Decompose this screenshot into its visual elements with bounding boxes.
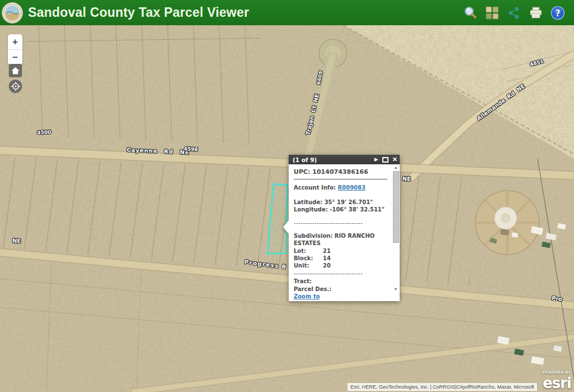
county-seal-icon: [2, 2, 23, 24]
home-icon: [11, 67, 20, 75]
popup-footer: Zoom to: [289, 292, 398, 301]
next-feature-button[interactable]: ▶: [374, 157, 378, 162]
esri-logo: POWERED BY esri: [543, 371, 571, 391]
maximize-button[interactable]: [382, 157, 388, 163]
county-seal-logo: [2, 2, 23, 24]
search-button[interactable]: [462, 5, 478, 20]
zoom-control: + −: [8, 34, 22, 65]
zoom-in-button[interactable]: +: [8, 34, 22, 49]
parcel-popup: (1 of 9) ▶ ✕ UPC: 1014074386166 Account …: [289, 155, 400, 301]
account-info-label: Account Info:: [294, 185, 336, 191]
locate-icon: [11, 82, 20, 91]
lot-label: Lot:: [294, 247, 323, 255]
help-button[interactable]: ?: [550, 5, 565, 20]
powered-by-label: POWERED BY: [543, 371, 571, 374]
zoom-out-button[interactable]: −: [8, 49, 22, 65]
header-toolbar: ?: [462, 5, 574, 20]
latitude-value: Latitude: 35° 19' 26.701": [294, 199, 387, 206]
unit-row: Unit:20: [294, 262, 387, 269]
find-my-location-button[interactable]: [9, 80, 22, 93]
basemap-gallery-icon: [485, 6, 499, 20]
popup-pointer: [283, 220, 289, 234]
app-header: Sandoval County Tax Parcel Viewer: [0, 0, 574, 25]
account-info-link[interactable]: R009083: [338, 185, 365, 191]
dashed-separator: ------------------------------: [294, 270, 387, 277]
map-label-pro: Pro: [551, 295, 562, 302]
popup-titlebar[interactable]: (1 of 9) ▶ ✕: [289, 155, 400, 164]
print-button[interactable]: [528, 5, 543, 20]
account-info-row: Account Info: R009083: [294, 184, 387, 191]
upc-value: UPC: 1014074386166: [294, 168, 387, 177]
scroll-up-icon[interactable]: ▲: [392, 165, 399, 169]
unit-label: Unit:: [294, 262, 323, 269]
popup-content: UPC: 1014074386166 Account Info: R009083…: [289, 164, 400, 293]
tract-label: Tract:: [294, 278, 387, 285]
esri-wordmark: esri: [543, 375, 571, 391]
block-row: Block:14: [294, 255, 387, 262]
maximize-icon: [382, 157, 388, 163]
home-extent-button[interactable]: [9, 64, 22, 77]
map-label-4500: 4500: [37, 129, 52, 135]
dashed-separator: ------------------------------: [294, 219, 387, 227]
scrollbar-thumb[interactable]: [393, 171, 399, 243]
satellite-basemap: [0, 25, 574, 392]
lot-value: 21: [323, 248, 331, 254]
print-icon: [529, 6, 543, 20]
scroll-down-icon[interactable]: ▼: [392, 287, 399, 291]
popup-titlebar-buttons: ▶ ✕: [374, 156, 397, 163]
share-button[interactable]: [506, 5, 521, 20]
unit-value: 20: [323, 262, 331, 269]
longitude-value: Longitude: -106° 38' 32.511": [294, 206, 387, 213]
block-label: Block:: [294, 255, 323, 262]
lot-row: Lot:21: [294, 247, 387, 255]
block-value: 14: [323, 255, 331, 261]
help-icon: ?: [550, 6, 565, 20]
popup-scrollbar[interactable]: ▲ ▼: [392, 165, 399, 291]
tax-parcel-viewer-app: Sandoval County Tax Parcel Viewer: [0, 0, 574, 392]
share-icon: [507, 6, 521, 20]
svg-text:?: ?: [555, 8, 560, 18]
close-button[interactable]: ✕: [392, 156, 397, 163]
map-canvas[interactable]: 4500 Cayenne Rd NE 4598 4099 Trajan Ct N…: [0, 25, 574, 392]
map-label-ne: NE: [12, 237, 21, 244]
app-title: Sandoval County Tax Parcel Viewer: [28, 5, 249, 20]
popup-pager: (1 of 9): [293, 156, 317, 163]
subdivision-value: Subdivision: RIO RANCHO ESTATES: [294, 232, 387, 247]
divider: [294, 179, 387, 179]
basemap-gallery-button[interactable]: [484, 5, 499, 20]
search-icon: [463, 6, 478, 20]
map-attribution: Esri, HERE, GeoTechnologies, Inc. | CoRR…: [348, 383, 537, 391]
map-label-4598: 4598: [184, 146, 198, 152]
zoom-to-link[interactable]: Zoom to: [294, 293, 320, 299]
